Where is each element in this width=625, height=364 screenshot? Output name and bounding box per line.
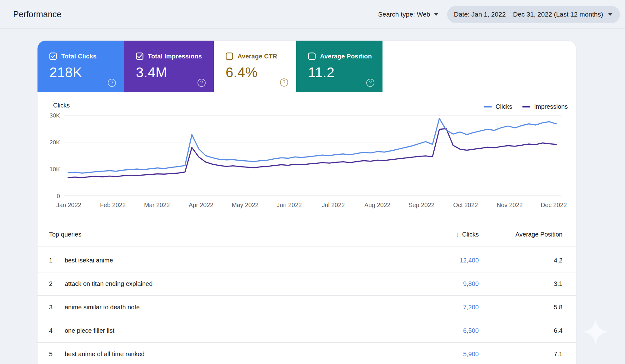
- metric-card-value: 3.4M: [136, 65, 214, 80]
- performance-panel: Total Clicks 218K ? Total Impressions 3.…: [38, 41, 576, 364]
- performance-line-chart: 30K20K10K0Jan 2022Feb 2022Mar 2022Apr 20…: [38, 105, 576, 211]
- svg-text:10K: 10K: [49, 166, 60, 172]
- sort-desc-icon: ↓: [456, 231, 459, 238]
- svg-text:Apr 2022: Apr 2022: [189, 202, 213, 208]
- metric-card-value: 6.4%: [226, 65, 296, 80]
- row-rank: 5: [49, 351, 65, 358]
- row-clicks-value: 12,400: [416, 257, 479, 264]
- svg-text:Sep 2022: Sep 2022: [408, 202, 435, 208]
- metric-card-label: Total Clicks: [61, 53, 97, 60]
- metric-card-label: Average CTR: [238, 53, 277, 60]
- row-query-link[interactable]: anime similar to death note: [65, 304, 416, 311]
- metric-card-position[interactable]: Average Position 11.2 ?: [296, 41, 382, 92]
- table-row[interactable]: 3 anime similar to death note 7,200 5.8: [38, 296, 576, 319]
- metric-card-impressions[interactable]: Total Impressions 3.4M ?: [124, 41, 214, 92]
- clicks-header-label: Clicks: [462, 231, 479, 238]
- column-header-top-queries: Top queries: [49, 231, 416, 238]
- metric-card-header: Total Impressions: [136, 52, 214, 60]
- row-query-link[interactable]: best isekai anime: [65, 257, 416, 264]
- help-icon[interactable]: ?: [280, 78, 288, 87]
- svg-text:30K: 30K: [49, 112, 60, 119]
- svg-text:Jul 2022: Jul 2022: [322, 202, 345, 208]
- row-position-value: 3.1: [479, 280, 562, 287]
- row-rank: 1: [49, 257, 65, 264]
- top-queries-table: Top queries ↓ Clicks Average Position 1 …: [38, 222, 576, 364]
- column-header-clicks[interactable]: ↓ Clicks: [416, 231, 479, 238]
- row-rank: 4: [49, 327, 65, 334]
- svg-text:Aug 2022: Aug 2022: [364, 202, 391, 208]
- header-divider: [0, 28, 625, 29]
- help-icon-glyph: ?: [200, 80, 203, 86]
- chevron-down-icon: [434, 13, 438, 16]
- metric-card-header: Average Position: [308, 52, 382, 60]
- svg-text:Oct 2022: Oct 2022: [453, 202, 478, 208]
- table-body: 1 best isekai anime 12,400 4.2 2 attack …: [38, 247, 576, 364]
- date-range-label: Date: Jan 1, 2022 – Dec 31, 2022 (Last 1…: [454, 11, 603, 18]
- svg-text:Jan 2022: Jan 2022: [56, 202, 81, 208]
- metric-checkbox-icon[interactable]: [136, 52, 143, 60]
- sparkle-icon: [581, 317, 610, 346]
- metric-checkbox-icon[interactable]: [226, 52, 233, 60]
- row-clicks-value: 5,900: [416, 351, 479, 358]
- row-rank: 2: [49, 280, 65, 287]
- help-icon-glyph: ?: [111, 80, 113, 86]
- metric-card-label: Average Position: [320, 53, 372, 60]
- metric-checkbox-icon[interactable]: [49, 52, 57, 60]
- metric-cards-row: Total Clicks 218K ? Total Impressions 3.…: [38, 41, 382, 92]
- page-title: Performance: [13, 10, 62, 19]
- row-position-value: 7.1: [479, 351, 562, 358]
- metric-card-ctr[interactable]: Average CTR 6.4% ?: [214, 41, 296, 92]
- svg-text:0: 0: [57, 193, 60, 199]
- row-position-value: 6.4: [479, 327, 562, 334]
- help-icon[interactable]: ?: [198, 79, 206, 87]
- app-header: Performance Search type: Web Date: Jan 1…: [0, 0, 625, 29]
- svg-text:Dec 2022: Dec 2022: [541, 202, 567, 208]
- table-header-row: Top queries ↓ Clicks Average Position: [38, 222, 576, 247]
- row-query-link[interactable]: best anime of all time ranked: [65, 351, 416, 358]
- svg-text:Jun 2022: Jun 2022: [277, 202, 302, 208]
- row-query-link[interactable]: attack on titan ending explained: [65, 280, 416, 287]
- table-row[interactable]: 1 best isekai anime 12,400 4.2: [38, 249, 576, 272]
- metric-card-header: Total Clicks: [49, 52, 124, 60]
- metric-card-header: Average CTR: [226, 52, 296, 60]
- svg-text:May 2022: May 2022: [232, 202, 259, 208]
- row-clicks-value: 9,800: [416, 280, 479, 287]
- help-icon-glyph: ?: [283, 80, 286, 85]
- column-header-average-position[interactable]: Average Position: [479, 231, 562, 238]
- help-icon[interactable]: ?: [108, 79, 116, 87]
- chevron-down-icon: [608, 13, 612, 16]
- date-range-dropdown[interactable]: Date: Jan 1, 2022 – Dec 31, 2022 (Last 1…: [447, 6, 620, 23]
- metric-card-value: 11.2: [308, 65, 382, 80]
- row-position-value: 4.2: [479, 257, 562, 264]
- table-row[interactable]: 5 best anime of all time ranked 5,900 7.…: [38, 343, 576, 364]
- row-rank: 3: [49, 304, 65, 311]
- metric-card-label: Total Impressions: [148, 53, 202, 60]
- table-row[interactable]: 4 one piece filler list 6,500 6.4: [38, 319, 576, 343]
- metric-card-value: 218K: [49, 65, 124, 80]
- metric-checkbox-icon[interactable]: [308, 52, 316, 60]
- table-row[interactable]: 2 attack on titan ending explained 9,800…: [38, 272, 576, 296]
- svg-text:Nov 2022: Nov 2022: [497, 202, 522, 208]
- row-clicks-value: 6,500: [416, 327, 479, 334]
- search-type-label: Search type: Web: [378, 11, 430, 18]
- help-icon-glyph: ?: [369, 80, 372, 86]
- row-clicks-value: 7,200: [416, 304, 479, 311]
- svg-text:Mar 2022: Mar 2022: [144, 202, 170, 208]
- search-type-dropdown[interactable]: Search type: Web: [378, 11, 438, 18]
- metric-card-clicks[interactable]: Total Clicks 218K ?: [38, 41, 124, 92]
- help-icon[interactable]: ?: [366, 79, 374, 87]
- row-position-value: 5.8: [479, 304, 562, 311]
- svg-text:Feb 2022: Feb 2022: [100, 202, 126, 208]
- svg-text:20K: 20K: [49, 139, 60, 146]
- row-query-link[interactable]: one piece filler list: [65, 327, 416, 334]
